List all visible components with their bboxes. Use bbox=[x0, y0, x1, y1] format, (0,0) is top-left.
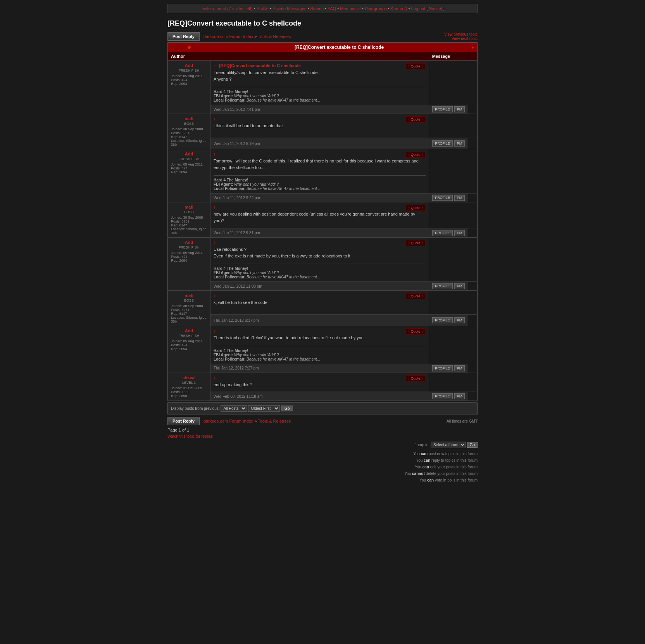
quote-button[interactable]: ↑ Quote ↑ bbox=[405, 375, 426, 382]
pm-button[interactable]: PM bbox=[454, 317, 465, 323]
author-info: Joined: 05 Aug 2011 Posts: 424 Rep: 2094 bbox=[171, 339, 207, 351]
profile-button[interactable]: PROFILE bbox=[432, 393, 453, 399]
search-link[interactable]: Search bbox=[310, 6, 324, 11]
post-anchor-link[interactable]: ↑ bbox=[214, 375, 216, 380]
breadcrumb-top: darkode.com Forum Index » Tools & Releas… bbox=[204, 34, 291, 39]
permission-can: can bbox=[421, 452, 428, 456]
memberlist-link[interactable]: Memberlist bbox=[340, 6, 361, 11]
pm-button[interactable]: PM bbox=[454, 365, 465, 371]
post-signature: Hard 4 The Money!FBI Agent: Why don't yo… bbox=[214, 175, 426, 191]
author-name-link[interactable]: Add bbox=[185, 63, 193, 68]
post-actions-cell: PROFILE PM bbox=[429, 364, 468, 373]
private-messages-link[interactable]: Private Messages bbox=[272, 6, 306, 11]
quote-button[interactable]: ↑ Quote ↑ bbox=[405, 293, 426, 299]
post-anchor-link[interactable]: ↑ bbox=[214, 152, 216, 156]
post-anchor-link[interactable]: ↑ bbox=[214, 240, 216, 245]
faq-link[interactable]: FAQ bbox=[328, 6, 336, 11]
breadcrumb-separator-bottom: » bbox=[254, 419, 258, 423]
invite-link[interactable]: Invite a friend (7 invites left) bbox=[200, 6, 253, 11]
action-bar-right: View previous topic View next topic bbox=[444, 32, 478, 41]
author-info: Joined: 30 Sep 2008 Posts: 5251 Rep: 614… bbox=[171, 304, 207, 323]
pm-button[interactable]: PM bbox=[454, 140, 465, 147]
author-name-link[interactable]: shkval bbox=[182, 375, 195, 380]
forum-index-link-top[interactable]: darkode.com Forum Index bbox=[204, 34, 253, 39]
author-name-link[interactable]: Add bbox=[185, 240, 193, 245]
quote-button[interactable]: ↑ Quote ↑ bbox=[405, 328, 426, 335]
table-row: Add FRESH FISH Joined: 05 Aug 2011 Posts… bbox=[168, 238, 478, 282]
author-rank: FRESH FISH bbox=[179, 245, 200, 249]
message-cell: ↑ Quote ↑ ↑ end up making this? bbox=[210, 373, 429, 392]
bottom-action-left: Post Reply darkode.com Forum Index » Too… bbox=[167, 417, 291, 425]
quote-button[interactable]: ↑ Quote ↑ bbox=[405, 152, 426, 158]
post-content: end up making this? bbox=[214, 380, 426, 390]
post-reply-button-bottom[interactable]: Post Reply bbox=[167, 417, 200, 425]
watch-topic-link[interactable]: Watch this topic for replies bbox=[167, 434, 213, 439]
post-reply-button-top[interactable]: Post Reply bbox=[167, 32, 200, 41]
post-anchor-link[interactable]: ↑ bbox=[214, 328, 216, 333]
view-previous-topic-link[interactable]: View previous topic bbox=[444, 32, 478, 36]
profile-pm-bar: PROFILE PM bbox=[432, 140, 465, 147]
posts-sort-select[interactable]: Oldest FirstNewest First bbox=[248, 405, 280, 412]
profile-link[interactable]: Profile bbox=[257, 6, 269, 11]
author-cell: Add FRESH FISH Joined: 05 Aug 2011 Posts… bbox=[168, 61, 210, 114]
profile-button[interactable]: PROFILE bbox=[432, 140, 453, 147]
pm-button[interactable]: PM bbox=[454, 106, 465, 112]
pm-button[interactable]: PM bbox=[454, 195, 465, 201]
author-cell: Add FRESH FISH Joined: 05 Aug 2011 Posts… bbox=[168, 238, 210, 291]
profile-button[interactable]: PROFILE bbox=[432, 106, 453, 112]
view-next-topic-link[interactable]: View next topic bbox=[444, 36, 478, 41]
author-name-link[interactable]: mafi bbox=[185, 205, 193, 209]
table-row: Add FRESH FISH Joined: 05 Aug 2011 Posts… bbox=[168, 61, 478, 105]
author-cell: Add FRESH FISH Joined: 05 Aug 2011 Posts… bbox=[168, 326, 210, 373]
action-bar-left: Post Reply darkode.com Forum Index » Too… bbox=[167, 32, 291, 41]
pm-button[interactable]: PM bbox=[454, 230, 465, 236]
pm-button[interactable]: PM bbox=[454, 393, 465, 399]
profile-button[interactable]: PROFILE bbox=[432, 230, 453, 236]
author-name-link[interactable]: mafi bbox=[185, 293, 193, 298]
jump-to-right: Jump to: Select a forum Go bbox=[415, 442, 478, 448]
profile-button[interactable]: PROFILE bbox=[432, 317, 453, 323]
quote-button[interactable]: ↑ Quote ↑ bbox=[405, 240, 426, 246]
author-rank: FRESH FISH bbox=[179, 69, 200, 73]
timestamp-row: Wed Feb 08, 2012 11:18 am PROFILE PM bbox=[168, 392, 478, 401]
subforum-link-top[interactable]: Tools & Releases bbox=[258, 34, 291, 39]
author-name-link[interactable]: mafi bbox=[185, 116, 193, 121]
post-anchor-link[interactable]: ↑ bbox=[214, 293, 216, 298]
profile-button[interactable]: PROFILE bbox=[432, 283, 453, 289]
jump-to-select[interactable]: Select a forum bbox=[431, 442, 466, 448]
profile-pm-bar: PROFILE PM bbox=[432, 283, 465, 289]
user-profile-link[interactable]: Nassef bbox=[429, 6, 442, 11]
jump-to-row: Jump to: Select a forum Go bbox=[167, 442, 478, 448]
logout-link[interactable]: Log out bbox=[411, 6, 425, 11]
author-cell: mafi Boss Joined: 30 Sep 2008 Posts: 525… bbox=[168, 202, 210, 238]
display-posts-go-button[interactable]: Go bbox=[281, 406, 293, 411]
table-row: shkval LEVEL 1 Joined: 31 Oct 2009 Posts… bbox=[168, 373, 478, 392]
author-name-link[interactable]: Add bbox=[185, 328, 193, 333]
karma-link[interactable]: Karma () bbox=[391, 6, 407, 11]
quote-button[interactable]: ↑ Quote ↑ bbox=[405, 63, 426, 69]
timestamp-row: Thu Jan 12, 2012 7:27 pm PROFILE PM bbox=[168, 364, 478, 373]
posts-filter-select[interactable]: All Posts1 Day7 Days2 Weeks1 Month3 Mont… bbox=[221, 405, 247, 412]
post-anchor-link[interactable]: ↑ bbox=[214, 205, 216, 209]
author-info: Joined: 30 Sep 2008 Posts: 5251 Rep: 614… bbox=[171, 216, 207, 235]
timestamp-row: Wed Jan 11, 2012 8:19 pm PROFILE PM bbox=[168, 138, 478, 149]
message-cell: ↑ Quote ↑ ↑ k, will be fun to see the co… bbox=[210, 291, 429, 315]
post-anchor-link[interactable]: ↑ bbox=[214, 116, 216, 121]
timestamp-row: Wed Jan 11, 2012 11:00 pm PROFILE PM bbox=[168, 282, 478, 291]
usergroups-link[interactable]: Usergroups bbox=[365, 6, 387, 11]
quote-button[interactable]: ↑ Quote ↑ bbox=[405, 205, 426, 211]
author-rank: FRESH FISH bbox=[179, 334, 200, 338]
post-anchor-link[interactable]: ← [REQ]Convert executable to C shellcode bbox=[214, 63, 301, 68]
post-actions-cell: PROFILE PM bbox=[429, 315, 468, 326]
forum-index-link-bottom[interactable]: darkode.com Forum Index bbox=[204, 419, 253, 423]
post-actions-cell: PROFILE PM bbox=[429, 138, 468, 149]
profile-button[interactable]: PROFILE bbox=[432, 195, 453, 201]
author-name-link[interactable]: Add bbox=[185, 152, 193, 156]
quote-button[interactable]: ↑ Quote ↑ bbox=[405, 116, 426, 123]
topic-header-row: [REQ]Convert executable to C shellcode ● bbox=[168, 43, 478, 52]
pm-button[interactable]: PM bbox=[454, 283, 465, 289]
timestamp-row: Wed Jan 11, 2012 9:22 pm PROFILE PM bbox=[168, 193, 478, 202]
jump-to-go-button[interactable]: Go bbox=[467, 442, 478, 448]
subforum-link-bottom[interactable]: Tools & Releases bbox=[258, 419, 291, 423]
profile-button[interactable]: PROFILE bbox=[432, 365, 453, 371]
